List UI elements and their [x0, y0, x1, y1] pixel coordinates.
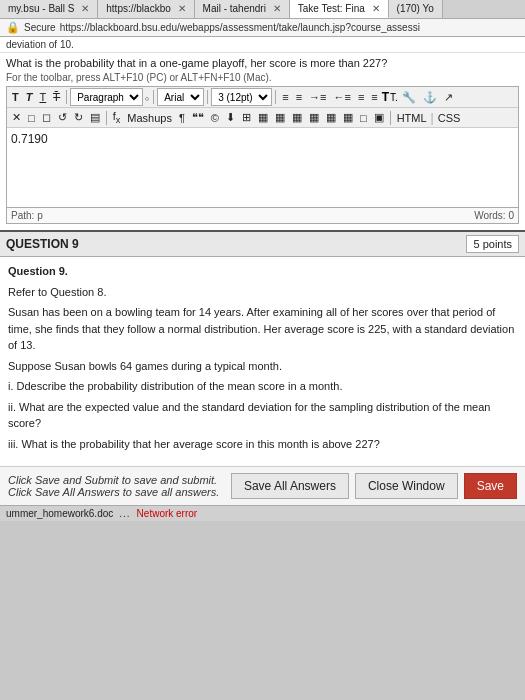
address-bar: 🔒 Secure https://blackboard.bsu.edu/weba…: [0, 19, 525, 37]
toolbar-sep-2: [153, 90, 154, 104]
toolbar-color[interactable]: ▣: [371, 110, 387, 125]
toolbar-row-1: T T T T̄ Paragraph ⬦ Arial 3 (12pt) ≡ ≡ …: [7, 87, 518, 108]
toolbar-mashups[interactable]: Mashups: [124, 111, 175, 125]
toolbar-italic-t[interactable]: T: [23, 90, 36, 104]
question9-refer: Refer to Question 8.: [8, 284, 517, 301]
toolbar-format-select[interactable]: Paragraph: [70, 88, 143, 106]
toolbar-redo[interactable]: ✕: [9, 110, 24, 125]
status-filename: ummer_homework6.doc: [6, 508, 113, 519]
toolbar-font-select[interactable]: Arial: [157, 88, 204, 106]
toolbar-sep-5: [106, 111, 107, 125]
question9-header: QUESTION 9 5 points: [0, 232, 525, 257]
toolbar-T-big: T: [382, 90, 389, 104]
question9-label: QUESTION 9: [6, 237, 79, 251]
toolbar-quote[interactable]: ❝❝: [189, 110, 207, 125]
toolbar-underline-t[interactable]: T: [36, 90, 49, 104]
question9-title: Question 9.: [8, 263, 517, 280]
answer-text: 0.7190: [11, 132, 48, 146]
toolbar-paste[interactable]: ◻: [39, 110, 54, 125]
toolbar-sep-1: [66, 90, 67, 104]
rte-toolbar: T T T T̄ Paragraph ⬦ Arial 3 (12pt) ≡ ≡ …: [6, 86, 519, 128]
toolbar-list-ordered[interactable]: ≡: [279, 90, 291, 104]
action-bar: Click Save and Submit to save and submit…: [0, 466, 525, 505]
toolbar-grid[interactable]: ⊞: [239, 110, 254, 125]
save-submit-button[interactable]: Save: [464, 473, 517, 499]
toolbar-border[interactable]: □: [357, 111, 370, 125]
toolbar-sep-inline: |: [431, 111, 434, 125]
tab-youtube[interactable]: (170) Yo: [389, 0, 443, 18]
rte-content-area[interactable]: 0.7190: [6, 128, 519, 208]
question9-description: Susan has been on a bowling team for 14 …: [8, 304, 517, 354]
toolbar-para[interactable]: ¶: [176, 111, 188, 125]
tab-mybsu[interactable]: my.bsu - Ball S ✕: [0, 0, 98, 18]
question9-suppose: Suppose Susan bowls 64 games during a ty…: [8, 358, 517, 375]
toolbar-more[interactable]: 🔧: [399, 90, 419, 105]
question9-part-i: i. Ddescribe the probability distributio…: [8, 378, 517, 395]
question9-points: 5 points: [466, 235, 519, 253]
lock-icon: 🔒: [6, 21, 20, 34]
words-label: Words: 0: [474, 210, 514, 221]
toolbar-html[interactable]: HTML: [394, 111, 430, 125]
question8-text: What is the probability that in a one-ga…: [0, 53, 525, 71]
toolbar-media4[interactable]: ▦: [306, 110, 322, 125]
toolbar-format-arrow: ⬦: [144, 92, 150, 103]
toolbar-fx[interactable]: fx: [110, 109, 124, 126]
close-window-button[interactable]: Close Window: [355, 473, 458, 499]
toolbar-media2[interactable]: ▦: [272, 110, 288, 125]
rte-footer: Path: p Words: 0: [6, 208, 519, 224]
toolbar-strikethrough-t[interactable]: T̄: [50, 90, 63, 105]
toolbar-size-select[interactable]: 3 (12pt): [211, 88, 272, 106]
browser-tabs: my.bsu - Ball S ✕ https://blackbo ✕ Mail…: [0, 0, 525, 19]
toolbar-redo-btn[interactable]: ↻: [71, 110, 86, 125]
save-hint: Click Save and Submit to save and submit…: [8, 474, 225, 498]
save-all-button[interactable]: Save All Answers: [231, 473, 349, 499]
toolbar-sep-3: [207, 90, 208, 104]
question9-part-ii: ii. What are the expected value and the …: [8, 399, 517, 432]
tab-close-icon[interactable]: ✕: [81, 3, 89, 14]
status-error: Network error: [137, 508, 198, 519]
toolbar-indent[interactable]: →≡: [306, 90, 329, 104]
toolbar-sep-4: [275, 90, 276, 104]
tab-taketest[interactable]: Take Test: Fina ✕: [290, 0, 389, 18]
toolbar-hint: For the toolbar, press ALT+F10 (PC) or A…: [0, 71, 525, 86]
toolbar-arrow[interactable]: ↗: [441, 90, 456, 105]
tab-blackboard[interactable]: https://blackbo ✕: [98, 0, 194, 18]
status-bar: ummer_homework6.doc ... Network error: [0, 505, 525, 521]
path-label: Path: p: [11, 210, 43, 221]
status-dots: ...: [119, 508, 130, 519]
toolbar-css[interactable]: CSS: [435, 111, 464, 125]
url-text: https://blackboard.bsu.edu/webapps/asses…: [60, 22, 420, 33]
toolbar-media3[interactable]: ▦: [289, 110, 305, 125]
question9-body: Question 9. Refer to Question 8. Susan h…: [0, 257, 525, 462]
tab-mail[interactable]: Mail - tahendri ✕: [195, 0, 290, 18]
toolbar-media6[interactable]: ▦: [340, 110, 356, 125]
toolbar-T-sub: T.: [390, 92, 398, 103]
nav-hint: deviation of 10.: [0, 37, 525, 53]
toolbar-bold[interactable]: T: [9, 90, 22, 104]
toolbar-table[interactable]: ▤: [87, 110, 103, 125]
toolbar-row-2: ✕ □ ◻ ↺ ↻ ▤ fx Mashups ¶ ❝❝ © ⬇ ⊞ ▦ ▦ ▦ …: [7, 108, 518, 128]
toolbar-download[interactable]: ⬇: [223, 110, 238, 125]
toolbar-outdent[interactable]: ←≡: [330, 90, 353, 104]
tab-close-icon[interactable]: ✕: [178, 3, 186, 14]
toolbar-undo-btn[interactable]: ↺: [55, 110, 70, 125]
toolbar-media5[interactable]: ▦: [323, 110, 339, 125]
toolbar-copyright[interactable]: ©: [208, 111, 222, 125]
tab-close-icon[interactable]: ✕: [273, 3, 281, 14]
toolbar-media1[interactable]: ▦: [255, 110, 271, 125]
toolbar-anchor[interactable]: ⚓: [420, 90, 440, 105]
question9-section: QUESTION 9 5 points Question 9. Refer to…: [0, 230, 525, 462]
toolbar-align-center[interactable]: ≡: [368, 90, 380, 104]
toolbar-list-unordered[interactable]: ≡: [293, 90, 305, 104]
toolbar-sep-6: [390, 111, 391, 125]
question9-part-iii: iii. What is the probability that her av…: [8, 436, 517, 453]
toolbar-copy[interactable]: □: [25, 111, 38, 125]
tab-close-icon[interactable]: ✕: [372, 3, 380, 14]
toolbar-align-left[interactable]: ≡: [355, 90, 367, 104]
protocol-label: Secure: [24, 22, 56, 33]
